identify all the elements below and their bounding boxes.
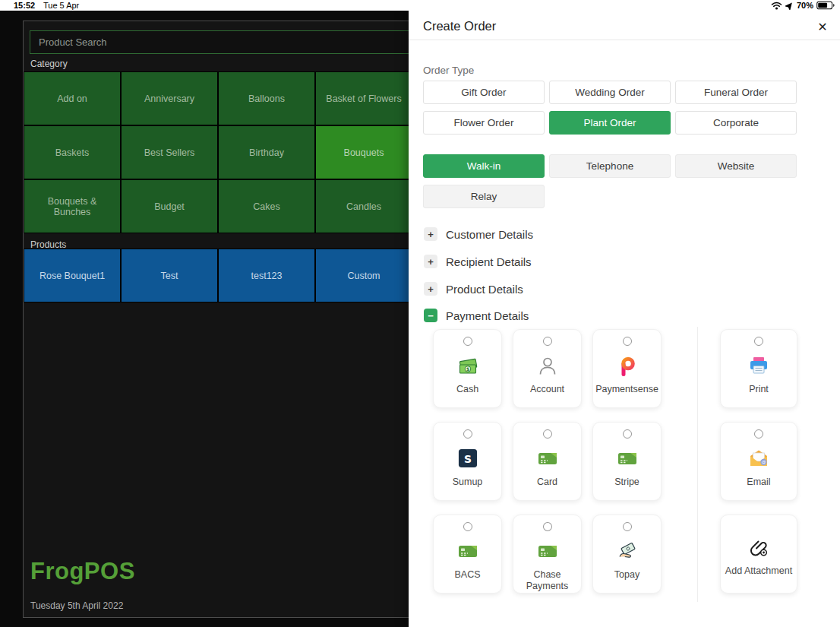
radio-button[interactable]	[754, 429, 763, 439]
product-search-input[interactable]	[30, 30, 409, 54]
location-arrow-icon	[785, 2, 794, 10]
radio-button[interactable]	[623, 429, 632, 439]
cash-icon: $	[457, 354, 478, 377]
close-icon: ✕	[817, 20, 827, 34]
order-source-website[interactable]: Website	[675, 154, 797, 178]
payment-card-sumup[interactable]: S Sumup	[433, 422, 502, 501]
category-button-bouquets[interactable]: Bouquets	[316, 126, 409, 179]
section-customer-details[interactable]: + Customer Details	[424, 227, 533, 241]
footer-date: Tuesday 5th April 2022	[30, 600, 123, 611]
payment-label: Paymentsense	[593, 384, 661, 396]
category-button-budget[interactable]: Budget	[122, 180, 217, 233]
order-type-flower[interactable]: Flower Order	[423, 111, 545, 135]
category-button-basket-of-flowers[interactable]: Basket of Flowers	[316, 72, 409, 125]
status-bar: 15:52 Tue 5 Apr 70%	[0, 0, 840, 11]
radio-button[interactable]	[543, 522, 552, 531]
category-button-best-sellers[interactable]: Best Sellers	[122, 126, 217, 179]
brand-logo: FrogPOS	[30, 558, 135, 585]
section-label: Recipient Details	[446, 255, 532, 268]
plus-icon[interactable]: +	[424, 282, 437, 296]
radio-button[interactable]	[463, 429, 472, 439]
order-type-funeral[interactable]: Funeral Order	[675, 81, 797, 104]
radio-button[interactable]	[463, 337, 472, 346]
close-button[interactable]: ✕	[813, 17, 832, 36]
payment-card-paymentsense[interactable]: Paymentsense	[592, 329, 662, 408]
payment-card-stripe[interactable]: Stripe	[592, 422, 662, 501]
status-time: 15:52	[14, 1, 35, 10]
delivery-card-print[interactable]: Print	[720, 329, 797, 408]
payment-card-chase-payments[interactable]: Chase Payments	[513, 515, 582, 594]
email-icon: @	[748, 447, 769, 470]
plus-icon[interactable]: +	[424, 255, 437, 268]
product-button-rose-bouquet1[interactable]: Rose Bouquet1	[24, 249, 120, 302]
order-type-plant[interactable]: Plant Order	[549, 111, 671, 135]
section-product-details[interactable]: + Product Details	[424, 282, 523, 296]
payment-card-cash[interactable]: $ Cash	[433, 329, 502, 408]
create-order-panel: Create Order ✕ Order Type Gift Order Wed…	[409, 0, 840, 627]
status-icons: 70%	[771, 0, 835, 11]
minus-icon[interactable]: −	[424, 309, 437, 322]
paperclip-icon	[748, 536, 769, 559]
payment-label: Cash	[454, 384, 481, 396]
order-source-walk-in[interactable]: Walk-in	[423, 154, 545, 178]
radio-button[interactable]	[543, 337, 552, 346]
delivery-label: Email	[744, 477, 772, 489]
product-button-custom[interactable]: Custom	[316, 249, 409, 302]
plus-icon[interactable]: +	[424, 227, 437, 241]
radio-button[interactable]	[463, 522, 472, 531]
payment-delivery-divider	[697, 327, 698, 602]
category-button-birthday[interactable]: Birthday	[219, 126, 314, 179]
category-button-cakes[interactable]: Cakes	[219, 180, 314, 233]
card-icon	[617, 447, 638, 470]
category-button-balloons[interactable]: Balloons	[219, 72, 314, 125]
category-button-add-on[interactable]: Add on	[24, 72, 120, 125]
category-button-baskets[interactable]: Baskets	[24, 126, 120, 179]
pos-main-frame: Category Add on Anniversary Balloons Bas…	[23, 21, 409, 618]
section-label: Product Details	[446, 283, 523, 296]
card-icon	[537, 447, 558, 470]
sumup-icon: S	[458, 447, 478, 470]
print-icon	[748, 354, 769, 377]
pos-background: Category Add on Anniversary Balloons Bas…	[0, 11, 409, 627]
category-button-bouquets-bunches[interactable]: Bouquets & Bunches	[24, 180, 120, 233]
status-date: Tue 5 Apr	[43, 1, 79, 10]
svg-text:S: S	[463, 453, 471, 465]
order-type-gift[interactable]: Gift Order	[423, 81, 545, 104]
order-source-telephone[interactable]: Telephone	[549, 154, 671, 178]
delivery-card-add-attachment[interactable]: Add Attachment	[720, 515, 797, 594]
account-icon	[537, 354, 558, 377]
payment-card-bacs[interactable]: BACS	[433, 515, 502, 594]
payment-label: Chase Payments	[513, 569, 581, 593]
payment-card-card[interactable]: Card	[513, 422, 582, 501]
order-type-corporate[interactable]: Corporate	[675, 111, 797, 135]
category-button-candles[interactable]: Candles	[316, 180, 409, 233]
header-divider	[409, 40, 840, 40]
category-grid: Add on Anniversary Balloons Basket of Fl…	[24, 71, 409, 233]
radio-button[interactable]	[623, 522, 632, 531]
payment-label: BACS	[452, 569, 482, 581]
radio-button[interactable]	[754, 337, 763, 346]
product-button-test123[interactable]: test123	[219, 249, 314, 302]
payment-card-account[interactable]: Account	[513, 329, 582, 408]
radio-button[interactable]	[623, 337, 632, 346]
order-type-wedding[interactable]: Wedding Order	[549, 81, 671, 104]
order-source-group: Walk-in Telephone Website Relay	[423, 154, 797, 208]
card-icon	[457, 540, 478, 562]
paymentsense-icon	[617, 354, 638, 377]
battery-icon	[816, 1, 835, 10]
order-source-relay[interactable]: Relay	[423, 185, 545, 208]
section-recipient-details[interactable]: + Recipient Details	[424, 255, 532, 268]
payment-card-topay[interactable]: Topay	[592, 515, 662, 594]
payment-label: Account	[528, 384, 567, 396]
category-section-label: Category	[30, 59, 68, 69]
category-button-anniversary[interactable]: Anniversary	[122, 72, 217, 125]
screen: 15:52 Tue 5 Apr 70% Category Ad	[0, 0, 840, 627]
svg-text:@: @	[762, 459, 766, 465]
section-label: Customer Details	[446, 228, 533, 241]
delivery-card-email[interactable]: @ Email	[720, 422, 797, 501]
panel-title: Create Order	[423, 19, 496, 33]
radio-button[interactable]	[543, 429, 552, 439]
section-payment-details[interactable]: − Payment Details	[424, 309, 529, 322]
card-icon	[537, 540, 558, 562]
product-button-test[interactable]: Test	[122, 249, 217, 302]
